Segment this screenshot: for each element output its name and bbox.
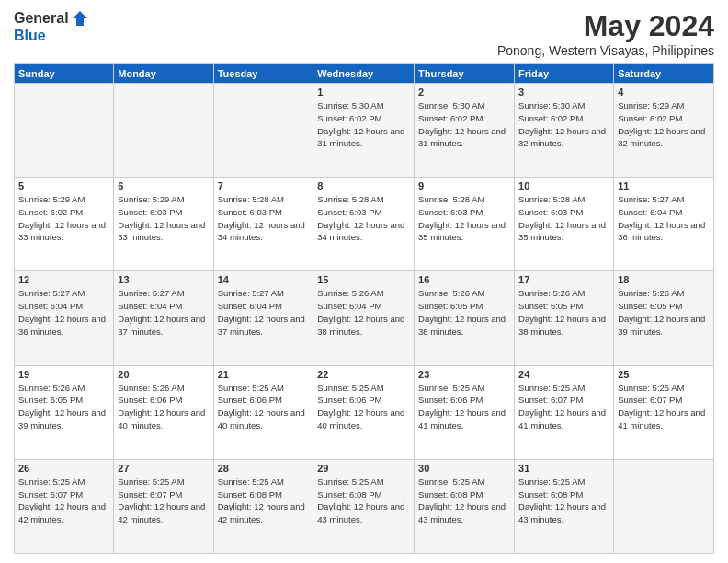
day-info: Sunrise: 5:28 AM Sunset: 6:03 PM Dayligh… <box>418 193 510 244</box>
calendar-week-3: 19Sunrise: 5:26 AM Sunset: 6:05 PM Dayli… <box>15 365 714 459</box>
svg-marker-0 <box>73 11 87 26</box>
day-number: 28 <box>218 463 310 474</box>
day-number: 16 <box>418 274 510 285</box>
day-info: Sunrise: 5:29 AM Sunset: 6:02 PM Dayligh… <box>618 99 710 150</box>
table-row: 13Sunrise: 5:27 AM Sunset: 6:04 PM Dayli… <box>114 271 213 365</box>
table-row: 24Sunrise: 5:25 AM Sunset: 6:07 PM Dayli… <box>515 365 614 459</box>
logo-icon <box>71 9 89 28</box>
day-info: Sunrise: 5:26 AM Sunset: 6:06 PM Dayligh… <box>118 382 209 432</box>
day-number: 11 <box>618 180 710 191</box>
table-row: 23Sunrise: 5:25 AM Sunset: 6:06 PM Dayli… <box>415 365 515 459</box>
table-row <box>213 84 313 178</box>
table-row <box>15 84 114 178</box>
day-number: 30 <box>418 463 510 474</box>
day-info: Sunrise: 5:26 AM Sunset: 6:05 PM Dayligh… <box>18 382 109 432</box>
day-number: 31 <box>518 463 609 474</box>
header-row: Sunday Monday Tuesday Wednesday Thursday… <box>15 64 714 84</box>
table-row: 17Sunrise: 5:26 AM Sunset: 6:05 PM Dayli… <box>515 271 614 365</box>
month-title: May 2024 <box>497 9 714 43</box>
calendar-week-1: 5Sunrise: 5:29 AM Sunset: 6:02 PM Daylig… <box>15 178 714 271</box>
table-row: 21Sunrise: 5:25 AM Sunset: 6:06 PM Dayli… <box>213 365 313 459</box>
col-tuesday: Tuesday <box>213 64 313 84</box>
day-info: Sunrise: 5:27 AM Sunset: 6:04 PM Dayligh… <box>118 287 209 338</box>
day-info: Sunrise: 5:28 AM Sunset: 6:03 PM Dayligh… <box>317 193 410 244</box>
day-info: Sunrise: 5:25 AM Sunset: 6:06 PM Dayligh… <box>218 382 310 432</box>
subtitle: Ponong, Western Visayas, Philippines <box>497 43 714 58</box>
table-row: 27Sunrise: 5:25 AM Sunset: 6:07 PM Dayli… <box>114 459 213 553</box>
day-number: 2 <box>418 86 510 98</box>
day-number: 29 <box>317 463 410 474</box>
table-row: 6Sunrise: 5:29 AM Sunset: 6:03 PM Daylig… <box>114 178 213 271</box>
day-number: 17 <box>518 274 609 285</box>
calendar-week-0: 1Sunrise: 5:30 AM Sunset: 6:02 PM Daylig… <box>15 84 714 178</box>
col-monday: Monday <box>114 64 213 84</box>
table-row: 7Sunrise: 5:28 AM Sunset: 6:03 PM Daylig… <box>213 178 313 271</box>
logo: General Blue <box>14 9 89 44</box>
table-row: 3Sunrise: 5:30 AM Sunset: 6:02 PM Daylig… <box>515 84 614 178</box>
day-info: Sunrise: 5:28 AM Sunset: 6:03 PM Dayligh… <box>518 193 609 244</box>
logo-general: General <box>14 10 69 27</box>
day-info: Sunrise: 5:28 AM Sunset: 6:03 PM Dayligh… <box>218 193 310 244</box>
day-number: 18 <box>618 274 710 285</box>
day-info: Sunrise: 5:26 AM Sunset: 6:04 PM Dayligh… <box>317 287 410 338</box>
day-info: Sunrise: 5:26 AM Sunset: 6:05 PM Dayligh… <box>418 287 510 338</box>
table-row: 30Sunrise: 5:25 AM Sunset: 6:08 PM Dayli… <box>415 459 515 553</box>
day-number: 9 <box>418 180 510 191</box>
day-number: 1 <box>317 86 410 98</box>
day-number: 8 <box>317 180 410 191</box>
day-number: 19 <box>18 369 109 380</box>
day-info: Sunrise: 5:27 AM Sunset: 6:04 PM Dayligh… <box>618 193 710 244</box>
day-number: 15 <box>317 274 410 285</box>
day-info: Sunrise: 5:30 AM Sunset: 6:02 PM Dayligh… <box>418 99 510 150</box>
day-info: Sunrise: 5:25 AM Sunset: 6:08 PM Dayligh… <box>317 476 410 526</box>
table-row: 15Sunrise: 5:26 AM Sunset: 6:04 PM Dayli… <box>313 271 415 365</box>
day-number: 10 <box>518 180 609 191</box>
day-number: 25 <box>618 369 710 380</box>
day-info: Sunrise: 5:26 AM Sunset: 6:05 PM Dayligh… <box>618 287 710 338</box>
day-info: Sunrise: 5:25 AM Sunset: 6:08 PM Dayligh… <box>518 476 609 526</box>
day-number: 21 <box>218 369 310 380</box>
col-sunday: Sunday <box>15 64 114 84</box>
table-row: 19Sunrise: 5:26 AM Sunset: 6:05 PM Dayli… <box>15 365 114 459</box>
day-info: Sunrise: 5:25 AM Sunset: 6:06 PM Dayligh… <box>317 382 410 432</box>
day-number: 26 <box>18 463 109 474</box>
table-row: 25Sunrise: 5:25 AM Sunset: 6:07 PM Dayli… <box>614 365 714 459</box>
day-number: 24 <box>518 369 609 380</box>
day-number: 7 <box>218 180 310 191</box>
table-row: 8Sunrise: 5:28 AM Sunset: 6:03 PM Daylig… <box>313 178 415 271</box>
table-row: 11Sunrise: 5:27 AM Sunset: 6:04 PM Dayli… <box>614 178 714 271</box>
calendar-week-2: 12Sunrise: 5:27 AM Sunset: 6:04 PM Dayli… <box>15 271 714 365</box>
col-wednesday: Wednesday <box>313 64 415 84</box>
table-row: 10Sunrise: 5:28 AM Sunset: 6:03 PM Dayli… <box>515 178 614 271</box>
table-row: 2Sunrise: 5:30 AM Sunset: 6:02 PM Daylig… <box>415 84 515 178</box>
col-friday: Friday <box>515 64 614 84</box>
table-row: 31Sunrise: 5:25 AM Sunset: 6:08 PM Dayli… <box>515 459 614 553</box>
day-number: 5 <box>18 180 109 191</box>
calendar-table: Sunday Monday Tuesday Wednesday Thursday… <box>14 63 714 554</box>
table-row: 1Sunrise: 5:30 AM Sunset: 6:02 PM Daylig… <box>313 84 415 178</box>
table-row: 5Sunrise: 5:29 AM Sunset: 6:02 PM Daylig… <box>15 178 114 271</box>
day-number: 4 <box>618 86 710 98</box>
table-row: 22Sunrise: 5:25 AM Sunset: 6:06 PM Dayli… <box>313 365 415 459</box>
table-row: 20Sunrise: 5:26 AM Sunset: 6:06 PM Dayli… <box>114 365 213 459</box>
day-number: 12 <box>18 274 109 285</box>
table-row <box>114 84 213 178</box>
table-row <box>614 459 714 553</box>
table-row: 28Sunrise: 5:25 AM Sunset: 6:08 PM Dayli… <box>213 459 313 553</box>
day-number: 23 <box>418 369 510 380</box>
col-thursday: Thursday <box>415 64 515 84</box>
header: General Blue May 2024 Ponong, Western Vi… <box>14 9 714 58</box>
day-info: Sunrise: 5:25 AM Sunset: 6:07 PM Dayligh… <box>18 476 109 526</box>
logo-blue: Blue <box>14 28 46 43</box>
table-row: 26Sunrise: 5:25 AM Sunset: 6:07 PM Dayli… <box>15 459 114 553</box>
table-row: 14Sunrise: 5:27 AM Sunset: 6:04 PM Dayli… <box>213 271 313 365</box>
day-info: Sunrise: 5:30 AM Sunset: 6:02 PM Dayligh… <box>317 99 410 150</box>
table-row: 18Sunrise: 5:26 AM Sunset: 6:05 PM Dayli… <box>614 271 714 365</box>
day-number: 27 <box>118 463 209 474</box>
page: General Blue May 2024 Ponong, Western Vi… <box>0 0 728 563</box>
col-saturday: Saturday <box>614 64 714 84</box>
day-info: Sunrise: 5:25 AM Sunset: 6:07 PM Dayligh… <box>518 382 609 432</box>
day-number: 20 <box>118 369 209 380</box>
day-info: Sunrise: 5:25 AM Sunset: 6:07 PM Dayligh… <box>118 476 209 526</box>
table-row: 12Sunrise: 5:27 AM Sunset: 6:04 PM Dayli… <box>15 271 114 365</box>
